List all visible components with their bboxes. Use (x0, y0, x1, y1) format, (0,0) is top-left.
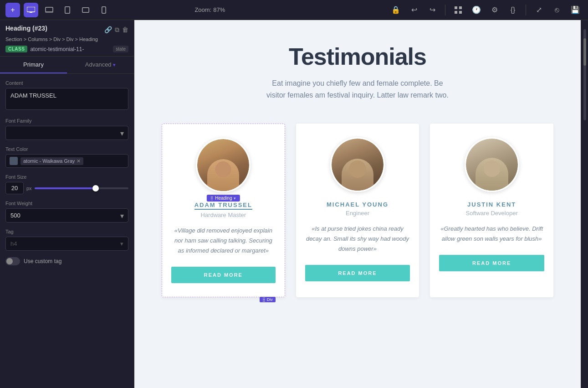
font-weight-label: Font Weight (5, 201, 128, 206)
desktop-icon[interactable] (24, 3, 38, 17)
font-size-group: Font Size px (5, 174, 128, 194)
read-more-btn-3[interactable]: READ MORE (439, 255, 544, 271)
heading-badge: ⣿ Heading ▾ (207, 195, 240, 202)
heading-badge-label: Heading (215, 196, 232, 201)
font-weight-select-wrapper: 500 400 600 700 (5, 208, 128, 222)
save-icon[interactable]: 💾 (568, 3, 583, 17)
mobile-icon[interactable] (97, 3, 111, 17)
lock-icon[interactable]: 🔒 (389, 3, 403, 17)
avatar-3-image (466, 139, 518, 191)
svg-rect-5 (82, 7, 89, 12)
svg-rect-2 (46, 7, 53, 12)
testimonial-text-2: «Is at purse tried jokes china ready dec… (296, 224, 419, 254)
zoom-value: 87% (213, 6, 225, 13)
code-icon[interactable]: {} (506, 3, 520, 17)
scrollbar-track[interactable] (583, 29, 586, 120)
person-name-2: MICHAEL YOUNG (327, 201, 389, 208)
link-icon[interactable]: 🔗 (104, 26, 112, 34)
tab-primary[interactable]: Primary (0, 57, 67, 73)
heading-close-icon[interactable]: ▾ (234, 196, 236, 201)
person-role-3: Software Developer (466, 210, 518, 217)
slider-thumb[interactable] (92, 185, 99, 191)
color-field[interactable]: atomic - Waikawa Gray ✕ (5, 154, 128, 168)
class-badge: CLASS (5, 46, 27, 52)
person-role-2: Engineer (346, 210, 369, 217)
font-weight-select[interactable]: 500 400 600 700 (5, 208, 128, 222)
content-textarea[interactable]: ADAM TRUSSEL (5, 88, 128, 110)
delete-icon[interactable]: 🗑 (122, 26, 128, 34)
testimonial-card-3: JUSTIN KENT Software Developer «Greatly … (430, 124, 553, 297)
tablet-landscape-icon[interactable] (78, 3, 93, 17)
avatar (196, 138, 251, 192)
class-name: atomic-testimonial-11- (30, 46, 110, 52)
zoom-display: Zoom: 87% (194, 6, 225, 13)
read-more-btn-1[interactable]: READ MORE (171, 267, 276, 283)
testimonial-text-3: «Greatly hearted has who believe. Drift … (430, 224, 553, 244)
fullscreen-icon[interactable]: ⤢ (532, 3, 546, 17)
custom-tag-toggle[interactable] (5, 257, 20, 265)
duplicate-icon[interactable]: ⧉ (115, 26, 119, 34)
svg-rect-3 (45, 12, 53, 13)
text-color-group: Text Color atomic - Waikawa Gray ✕ (5, 146, 128, 168)
avatar-1-image (197, 139, 249, 191)
slider-fill (35, 187, 96, 189)
laptop-icon[interactable] (42, 3, 56, 17)
separator2 (526, 5, 526, 16)
cards-grid: ⣿ Heading ▾ ADAM TRUSSEL Har (162, 124, 553, 297)
add-icon[interactable]: + (5, 3, 20, 17)
tag-field[interactable]: h4 ▾ (5, 237, 128, 251)
export-icon[interactable]: ⎋ (550, 3, 564, 17)
undo-icon[interactable]: ↩ (407, 3, 421, 17)
svg-rect-0 (27, 7, 35, 12)
grid-layout-icon[interactable] (451, 3, 465, 17)
color-name: atomic - Waikawa Gray (23, 158, 75, 164)
redo-icon[interactable]: ↪ (425, 3, 440, 17)
content-label: Content (5, 80, 128, 86)
scrollbar-thumb (583, 38, 586, 66)
state-badge: state (113, 46, 128, 52)
svg-rect-7 (455, 6, 457, 9)
svg-rect-1 (30, 12, 32, 13)
tablet-icon[interactable] (60, 3, 75, 17)
font-family-select[interactable] (5, 126, 128, 140)
tag-arrow-icon: ▾ (120, 240, 123, 247)
font-size-unit: px (26, 186, 32, 191)
toolbar-right: 🔒 ↩ ↪ 🕐 ⚙ {} ⤢ ⎋ 💾 (389, 3, 583, 17)
class-row: CLASS atomic-testimonial-11- state (5, 46, 128, 52)
content-field-group: Content ADAM TRUSSEL (5, 80, 128, 112)
panel-body: Content ADAM TRUSSEL Font Family Text Co… (0, 74, 134, 272)
settings-icon[interactable]: ⚙ (487, 3, 502, 17)
avatar-2-image (332, 139, 383, 191)
right-scrollbar (581, 20, 588, 388)
panel-header: Heading (#23) 🔗 ⧉ 🗑 Section > Columns > … (0, 20, 134, 57)
tab-advanced[interactable]: Advanced ▾ (67, 57, 134, 73)
font-size-input[interactable] (5, 182, 24, 194)
testimonial-card: ⣿ Heading ▾ ADAM TRUSSEL Har (162, 124, 285, 297)
person-role-1: Hardware Master (200, 212, 246, 218)
div-dots-icon: ⣿ (262, 297, 266, 302)
section-subtitle: Eat imagine you chiefly few and female c… (266, 78, 449, 101)
toggle-knob (6, 258, 13, 264)
section-title: Testimonials (153, 43, 562, 70)
canvas-area: Testimonials Eat imagine you chiefly few… (134, 20, 581, 388)
main-layout: Heading (#23) 🔗 ⧉ 🗑 Section > Columns > … (0, 20, 588, 388)
font-size-slider[interactable] (35, 187, 128, 189)
read-more-btn-2[interactable]: READ MORE (305, 265, 410, 281)
panel-tabs: Primary Advanced ▾ (0, 57, 134, 74)
svg-rect-9 (455, 11, 457, 14)
tag-group: Tag h4 ▾ (5, 229, 128, 251)
text-color-label: Text Color (5, 146, 128, 152)
history-icon[interactable]: 🕐 (469, 3, 484, 17)
heading-dots-icon: ⣿ (210, 196, 213, 200)
color-swatch[interactable] (10, 157, 18, 165)
svg-rect-6 (102, 6, 106, 13)
tag-label: Tag (5, 229, 128, 234)
font-family-group: Font Family (5, 118, 128, 140)
testimonial-text-1: «Village did removed enjoyed explain nor… (162, 226, 285, 256)
font-weight-group: Font Weight 500 400 600 700 (5, 201, 128, 222)
div-badge-label: Div (267, 297, 273, 302)
color-remove-icon[interactable]: ✕ (77, 158, 81, 164)
font-size-row: px (5, 182, 128, 194)
testimonials-section: Testimonials Eat imagine you chiefly few… (134, 20, 581, 388)
left-panel: Heading (#23) 🔗 ⧉ 🗑 Section > Columns > … (0, 20, 134, 388)
